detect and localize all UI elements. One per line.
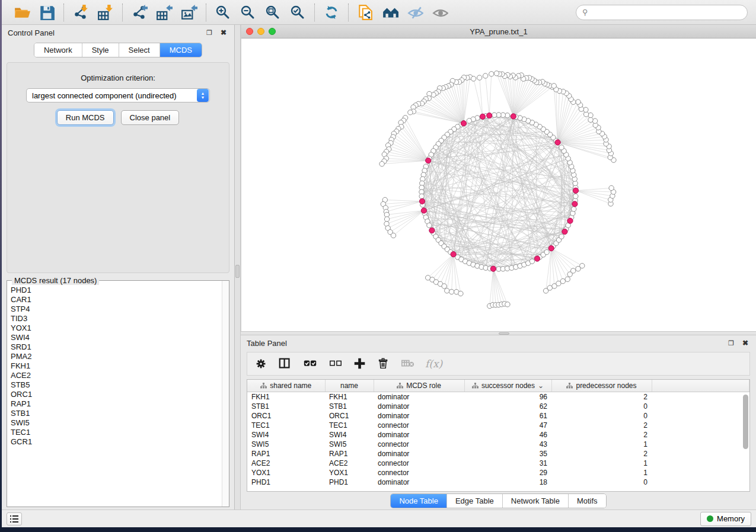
zoom-out-button[interactable]	[237, 3, 259, 22]
column-header-MCDS-role[interactable]: MCDS role	[374, 380, 464, 392]
delete-columns-trash-button[interactable]	[377, 357, 391, 371]
duplicate-network-button[interactable]	[355, 3, 376, 22]
first-neighbors-button[interactable]	[379, 3, 401, 22]
table-cell[interactable]: connector	[374, 468, 464, 477]
search-input[interactable]	[592, 8, 741, 17]
network-canvas[interactable]	[241, 39, 756, 331]
mcds-result-item[interactable]: PHD1	[11, 286, 219, 295]
export-image-button[interactable]	[178, 3, 200, 22]
table-cell[interactable]: dominator	[374, 477, 464, 487]
maximize-window-icon[interactable]	[269, 28, 276, 35]
function-builder-button[interactable]: f(x)	[425, 358, 442, 370]
vertical-splitter[interactable]	[235, 25, 241, 509]
table-cell[interactable]: SWI4	[325, 430, 374, 440]
mcds-result-item[interactable]: FKH1	[11, 361, 219, 371]
table-cell[interactable]: 1	[551, 440, 652, 449]
show-all-button[interactable]	[429, 3, 451, 22]
table-cell[interactable]: 29	[464, 468, 551, 477]
table-cell[interactable]: 0	[551, 402, 652, 411]
table-cell[interactable]: SWI5	[325, 440, 374, 449]
table-cell[interactable]: 35	[464, 449, 551, 459]
mcds-result-item[interactable]: SRD1	[11, 342, 219, 352]
table-row[interactable]: TEC1TEC1connector472	[247, 421, 749, 430]
network-graph[interactable]	[241, 39, 756, 331]
table-cell[interactable]: 0	[551, 411, 652, 421]
splitter-grip[interactable]	[499, 332, 509, 335]
close-panel-icon[interactable]: ✖	[219, 28, 228, 37]
table-cell[interactable]: dominator	[374, 402, 464, 411]
table-cell[interactable]: 47	[464, 421, 551, 430]
table-row[interactable]: YOX1YOX1connector291	[247, 468, 749, 477]
table-cell[interactable]: 61	[464, 411, 551, 421]
tab-style[interactable]: Style	[82, 43, 119, 57]
mcds-result-list[interactable]: PHD1CAR1STP4TID3YOX1SWI4SRD1PMA2FKH1ACE2…	[7, 281, 222, 507]
table-cell[interactable]: RAP1	[325, 449, 374, 459]
table-cell[interactable]: ACE2	[325, 459, 374, 468]
table-cell[interactable]: 2	[551, 430, 652, 440]
mcds-result-item[interactable]: YOX1	[11, 323, 219, 333]
mcds-result-item[interactable]: ACE2	[11, 371, 219, 380]
table-cell[interactable]: connector	[374, 421, 464, 430]
table-cell[interactable]: 2	[551, 421, 652, 430]
close-panel-icon[interactable]: ✖	[741, 338, 750, 348]
tab-motifs[interactable]: Motifs	[569, 494, 606, 508]
search-box[interactable]: ⚲	[576, 5, 748, 20]
table-cell[interactable]: SWI4	[247, 430, 325, 440]
table-row[interactable]: PHD1PHD1dominator180	[247, 477, 749, 487]
table-cell[interactable]: FKH1	[247, 392, 325, 402]
table-cell[interactable]: TEC1	[247, 421, 325, 430]
memory-button[interactable]: Memory	[700, 512, 751, 526]
close-window-icon[interactable]	[246, 28, 253, 35]
mcds-result-item[interactable]: STP4	[11, 305, 219, 314]
node-table-body[interactable]: FKH1FKH1dominator962STB1STB1dominator620…	[247, 392, 749, 492]
mcds-result-item[interactable]: RAP1	[11, 399, 219, 409]
table-cell[interactable]: 1	[551, 468, 652, 477]
mcds-result-item[interactable]: CAR1	[11, 295, 219, 305]
table-cell[interactable]: 18	[464, 477, 551, 487]
table-cell[interactable]: connector	[374, 459, 464, 468]
tab-network[interactable]: Network	[34, 43, 82, 57]
table-cell[interactable]: ORC1	[325, 411, 374, 421]
table-row[interactable]: ORC1ORC1dominator610	[247, 411, 749, 421]
table-cell[interactable]: dominator	[374, 449, 464, 459]
minimize-window-icon[interactable]	[257, 28, 264, 35]
table-settings-gear-button[interactable]	[254, 357, 269, 371]
column-header-shared-name[interactable]: shared name	[247, 380, 325, 392]
tab-mcds[interactable]: MCDS	[160, 43, 202, 57]
splitter-grip[interactable]	[235, 265, 240, 278]
table-cell[interactable]: SWI5	[247, 440, 325, 449]
table-cell[interactable]: STB1	[247, 402, 325, 411]
zoom-fit-button[interactable]	[262, 3, 283, 22]
mcds-result-item[interactable]: PMA2	[11, 352, 219, 361]
table-row[interactable]: ACE2ACE2connector311	[247, 459, 749, 468]
mcds-result-item[interactable]: TID3	[11, 314, 219, 323]
table-row[interactable]: STB1STB1dominator620	[247, 402, 749, 411]
run-mcds-button[interactable]: Run MCDS	[57, 110, 114, 125]
table-cell[interactable]: YOX1	[247, 468, 325, 477]
zoom-selected-button[interactable]	[287, 3, 308, 22]
table-cell[interactable]: dominator	[374, 430, 464, 440]
mcds-result-item[interactable]: GCR1	[11, 437, 219, 447]
table-cell[interactable]: connector	[374, 440, 464, 449]
network-titlebar[interactable]: YPA_prune.txt_1	[241, 25, 756, 39]
sort-menu-icon[interactable]: ⌄	[538, 382, 544, 390]
mcds-result-item[interactable]: STB1	[11, 409, 219, 418]
save-session-button[interactable]	[36, 3, 58, 22]
zoom-in-button[interactable]	[212, 3, 234, 22]
table-cell[interactable]: 0	[551, 477, 652, 487]
table-cell[interactable]: dominator	[374, 392, 464, 402]
table-cell[interactable]: 62	[464, 402, 551, 411]
float-panel-icon[interactable]: ❐	[726, 338, 736, 348]
table-cell[interactable]: ACE2	[247, 459, 325, 468]
open-session-button[interactable]	[11, 3, 33, 22]
import-network-button[interactable]	[70, 3, 91, 22]
table-cell[interactable]: 96	[464, 392, 551, 402]
table-cell[interactable]: 2	[551, 392, 652, 402]
tab-edge-table[interactable]: Edge Table	[447, 494, 503, 508]
table-row[interactable]: RAP1RAP1dominator352	[247, 449, 749, 459]
table-cell[interactable]: PHD1	[325, 477, 374, 487]
float-panel-icon[interactable]: ❐	[205, 28, 214, 37]
table-cell[interactable]: 1	[551, 459, 652, 468]
export-network-button[interactable]	[129, 3, 150, 22]
table-cell[interactable]: FKH1	[325, 392, 374, 402]
